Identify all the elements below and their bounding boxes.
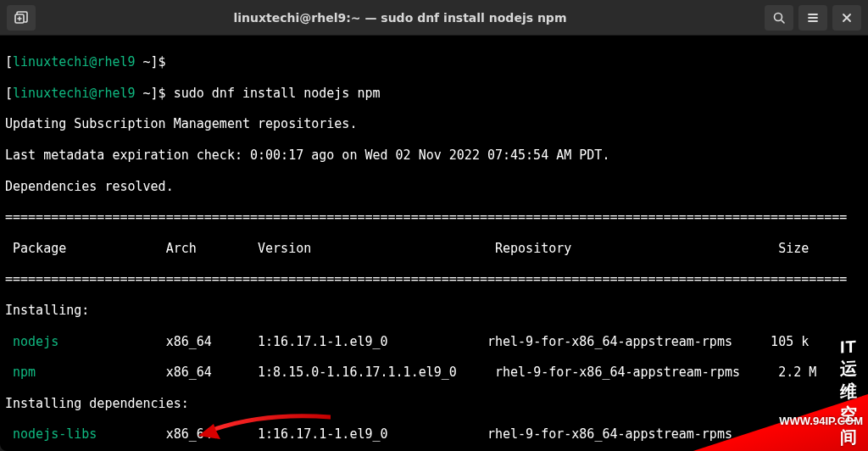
table-header: Package Arch Version Repository Size (5, 241, 863, 256)
table-row: nodejs x86_64 1:16.17.1-1.el9_0 rhel-9-f… (5, 334, 863, 349)
close-icon (841, 12, 853, 24)
separator: ========================================… (5, 209, 863, 225)
terminal-window: linuxtechi@rhel9:~ — sudo dnf install no… (0, 0, 868, 451)
prompt-line-command: [linuxtechi@rhel9 ~]$ sudo dnf install n… (5, 86, 863, 101)
prompt-line-empty: [linuxtechi@rhel9 ~]$ (5, 54, 863, 70)
terminal-body[interactable]: [linuxtechi@rhel9 ~]$ [linuxtechi@rhel9 … (0, 36, 868, 451)
plus-tab-icon (14, 10, 29, 25)
new-tab-button[interactable] (7, 5, 36, 31)
section-installing-deps: Installing dependencies: (5, 396, 863, 411)
close-button[interactable] (832, 5, 861, 31)
separator: ========================================… (5, 271, 863, 287)
window-title: linuxtechi@rhel9:~ — sudo dnf install no… (36, 11, 765, 25)
output-line: Last metadata expiration check: 0:00:17 … (5, 148, 863, 163)
titlebar: linuxtechi@rhel9:~ — sudo dnf install no… (0, 0, 868, 36)
section-installing: Installing: (5, 303, 863, 318)
search-button[interactable] (765, 5, 793, 31)
table-row: npm x86_64 1:8.15.0-1.16.17.1.1.el9_0 rh… (5, 365, 863, 380)
table-row: nodejs-libs x86_64 1:16.17.1-1.el9_0 rhe… (5, 426, 863, 442)
output-line: Dependencies resolved. (5, 179, 863, 194)
search-icon (772, 11, 786, 25)
output-line: Updating Subscription Management reposit… (5, 116, 863, 131)
menu-button[interactable] (798, 5, 827, 31)
svg-point-1 (775, 13, 782, 20)
hamburger-icon (806, 11, 820, 25)
